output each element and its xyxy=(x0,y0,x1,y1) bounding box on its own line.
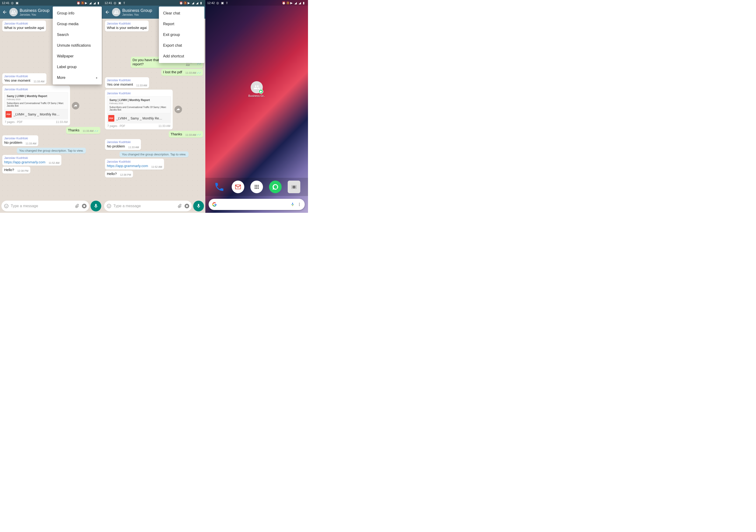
message-link[interactable]: https://app.grammarly.com xyxy=(107,164,148,168)
svg-point-7 xyxy=(109,205,110,206)
svg-point-26 xyxy=(299,204,300,205)
svg-rect-24 xyxy=(292,205,293,206)
voice-record-button[interactable] xyxy=(91,201,101,211)
pdf-preview-date: February 2019 xyxy=(109,102,168,105)
menu-item-group-media[interactable]: Group media xyxy=(53,19,102,29)
dock-app-gmail[interactable] xyxy=(232,181,244,193)
dock-app-drawer[interactable] xyxy=(250,181,263,193)
svg-point-18 xyxy=(256,188,257,189)
message-sender: Jaroslav Kudritski xyxy=(107,160,162,163)
menu-item-wallpaper[interactable]: Wallpaper xyxy=(53,51,102,62)
menu-item-add-shortcut[interactable]: Add shortcut xyxy=(159,51,204,62)
menu-item-label-group[interactable]: Label group xyxy=(53,62,102,72)
message-sender: Jaroslav Kudritski xyxy=(107,92,171,95)
message-in[interactable]: Jaroslav Kudritski Yes one moment 11:33 … xyxy=(2,73,46,84)
emoji-button[interactable] xyxy=(106,203,112,209)
picture-icon: ▣ xyxy=(15,1,19,4)
pdf-attachment-card[interactable]: Jaroslav Kudritski Samy | LVMH | Monthly… xyxy=(2,86,70,125)
message-link[interactable]: https://app.grammarly.com xyxy=(4,160,45,165)
whatsapp-icon xyxy=(272,184,279,190)
pdf-preview-date: February 2019 xyxy=(7,98,66,100)
message-in[interactable]: Jaroslav Kudritski No problem 11:33 AM xyxy=(2,135,38,146)
emoji-icon xyxy=(106,203,112,209)
message-time: 12:38 PM xyxy=(120,173,131,176)
group-avatar[interactable] xyxy=(9,8,18,16)
status-bar: 12:41 ◎ ▣ ⇧ ⏰ 🔕 ▶ ◢ ◢ ▮ xyxy=(103,0,205,6)
read-ticks-icon: ✓✓ xyxy=(197,71,201,74)
svg-point-5 xyxy=(107,204,111,208)
pdf-preview-title: Samy | LVMH | Monthly Report xyxy=(7,94,66,98)
homescreen-dock xyxy=(205,178,308,196)
message-in[interactable]: Hello? 12:38 PM xyxy=(105,171,133,177)
pdf-attachment-card[interactable]: Jaroslav Kudritski Samy | LVMH | Monthly… xyxy=(105,90,173,129)
attach-button[interactable] xyxy=(74,203,80,209)
forward-button[interactable] xyxy=(175,106,182,113)
message-sender: Jaroslav Kudritski xyxy=(4,156,60,160)
camera-icon xyxy=(81,203,87,209)
message-out[interactable]: Thanks 11:33 AM ✓✓ xyxy=(66,127,100,134)
camera-button[interactable] xyxy=(184,203,190,209)
pdf-filename: _LVMH _ Samy _ Monthly Re… xyxy=(14,113,67,116)
message-in[interactable]: Hello? 12:38 PM xyxy=(2,167,30,173)
chat-title-block[interactable]: Business Group Jaroslav, You xyxy=(122,8,152,16)
dock-app-phone[interactable] xyxy=(213,181,226,193)
message-in[interactable]: Jaroslav Kudritski What is your website … xyxy=(105,20,148,32)
back-button[interactable] xyxy=(104,9,110,15)
system-message[interactable]: You changed the group description. Tap t… xyxy=(17,148,86,153)
signal-icon-2: ◢ xyxy=(196,1,199,4)
homescreen-shortcut[interactable]: Business Gr.. xyxy=(248,81,265,97)
message-time: 11:33 AM xyxy=(185,133,196,136)
message-time: 11:33 AM xyxy=(26,142,37,145)
forward-button[interactable] xyxy=(72,102,79,109)
menu-item-clear-chat[interactable]: Clear chat xyxy=(159,8,204,19)
menu-item-report[interactable]: Report xyxy=(159,19,204,29)
message-time: 11:33 AM xyxy=(83,129,94,132)
chat-title: Business Group xyxy=(122,8,152,13)
shortcut-avatar xyxy=(251,81,263,93)
back-button[interactable] xyxy=(2,9,8,15)
wifi-icon: ▶ xyxy=(188,1,191,4)
message-input-pill[interactable]: Type a message xyxy=(1,201,89,211)
menu-item-more[interactable]: More▸ xyxy=(53,72,102,83)
chat-subtitle: Jaroslav, You xyxy=(122,13,152,16)
message-in[interactable]: Jaroslav Kudritski No problem 11:33 AM xyxy=(105,139,141,150)
wifi-icon: ▶ xyxy=(85,1,88,4)
chat-title-block[interactable]: Business Group Jaroslav, You xyxy=(20,8,49,16)
pdf-preview-desc: Subscribers and Conversational Traffic O… xyxy=(7,102,66,107)
battery-icon: ▮ xyxy=(303,1,306,4)
message-input-pill[interactable]: Type a message xyxy=(104,201,192,211)
svg-point-13 xyxy=(257,185,258,186)
menu-item-exit-group[interactable]: Exit group xyxy=(159,29,204,40)
emoji-button[interactable] xyxy=(3,203,9,209)
message-in[interactable]: Jaroslav Kudritski Yes one moment 11:33 … xyxy=(105,77,149,88)
menu-item-search[interactable]: Search xyxy=(53,29,102,40)
dock-app-camera[interactable] xyxy=(288,181,300,193)
alarm-icon: ⏰ xyxy=(282,1,285,4)
attach-button[interactable] xyxy=(176,203,182,209)
message-out[interactable]: Thanks 11:33 AM ✓✓ xyxy=(169,131,203,138)
message-time: 11:33 AM xyxy=(185,71,196,74)
message-out[interactable]: I lost the pdf 11:33 AM ✓✓ xyxy=(161,69,203,76)
menu-item-group-info[interactable]: Group info xyxy=(53,8,102,19)
status-bar: 12:42 ◎ ▣ ⇧ ⏰ 🔕 ▶ ◢ ◢ ▮ xyxy=(205,0,308,6)
voice-record-button[interactable] xyxy=(193,201,204,211)
message-in[interactable]: Jaroslav Kudritski What is your website … xyxy=(2,20,46,32)
menu-item-export-chat[interactable]: Export chat xyxy=(159,40,204,51)
message-time: 12:38 PM xyxy=(17,170,28,172)
camera-icon xyxy=(290,183,298,190)
google-search-bar[interactable] xyxy=(209,199,305,210)
battery-icon: ▮ xyxy=(97,1,101,4)
pdf-time: 11:33 AM xyxy=(56,120,68,124)
camera-button[interactable] xyxy=(81,203,87,209)
group-avatar[interactable] xyxy=(112,8,121,16)
message-in[interactable]: Jaroslav Kudritski https://app.grammarly… xyxy=(105,159,164,170)
google-mic-icon[interactable] xyxy=(290,202,295,207)
dock-app-whatsapp[interactable] xyxy=(269,181,282,193)
message-in[interactable]: Jaroslav Kudritski https://app.grammarly… xyxy=(2,155,61,166)
system-message[interactable]: You changed the group description. Tap t… xyxy=(120,151,188,157)
more-vert-icon[interactable] xyxy=(297,202,302,206)
paperclip-icon xyxy=(74,203,79,209)
menu-item-unmute[interactable]: Unmute notifications xyxy=(53,40,102,51)
message-input-bar: Type a message xyxy=(1,201,101,211)
phone-screenshot-3-homescreen: 12:42 ◎ ▣ ⇧ ⏰ 🔕 ▶ ◢ ◢ ▮ Business Gr.. xyxy=(205,0,308,213)
